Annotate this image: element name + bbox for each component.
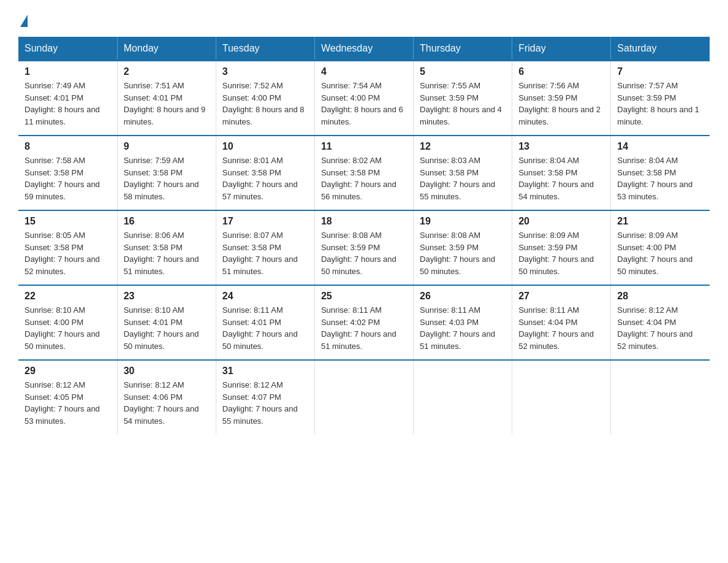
header-thursday: Thursday: [414, 37, 512, 61]
day-info: Sunrise: 8:08 AMSunset: 3:59 PMDaylight:…: [321, 231, 396, 276]
day-info: Sunrise: 8:12 AMSunset: 4:05 PMDaylight:…: [25, 380, 100, 426]
calendar-header-row: SundayMondayTuesdayWednesdayThursdayFrid…: [18, 37, 710, 61]
day-number: 30: [124, 366, 210, 377]
day-number: 24: [222, 291, 308, 302]
header-wednesday: Wednesday: [314, 37, 413, 61]
day-number: 16: [124, 216, 210, 227]
calendar-cell: 3 Sunrise: 7:52 AMSunset: 4:00 PMDayligh…: [216, 61, 314, 136]
day-info: Sunrise: 8:08 AMSunset: 3:59 PMDaylight:…: [420, 231, 495, 276]
day-number: 1: [25, 66, 111, 77]
day-number: 23: [124, 291, 210, 302]
calendar-cell: [314, 360, 413, 434]
calendar-cell: 18 Sunrise: 8:08 AMSunset: 3:59 PMDaylig…: [314, 210, 413, 285]
day-number: 12: [420, 141, 506, 152]
day-number: 18: [321, 216, 407, 227]
week-row-1: 1 Sunrise: 7:49 AMSunset: 4:01 PMDayligh…: [18, 61, 710, 136]
calendar-cell: 31 Sunrise: 8:12 AMSunset: 4:07 PMDaylig…: [216, 360, 314, 434]
page-header: [18, 12, 710, 26]
day-number: 9: [124, 141, 210, 152]
calendar-cell: 8 Sunrise: 7:58 AMSunset: 3:58 PMDayligh…: [18, 136, 117, 210]
day-number: 11: [321, 141, 407, 152]
day-number: 14: [617, 141, 703, 152]
day-info: Sunrise: 8:11 AMSunset: 4:03 PMDaylight:…: [420, 305, 495, 351]
day-info: Sunrise: 8:04 AMSunset: 3:58 PMDaylight:…: [518, 156, 594, 201]
header-friday: Friday: [512, 37, 611, 61]
day-number: 5: [420, 66, 506, 77]
calendar-cell: 14 Sunrise: 8:04 AMSunset: 3:58 PMDaylig…: [611, 136, 710, 210]
calendar-cell: 4 Sunrise: 7:54 AMSunset: 4:00 PMDayligh…: [314, 61, 413, 136]
day-info: Sunrise: 8:06 AMSunset: 3:58 PMDaylight:…: [124, 231, 199, 276]
calendar-cell: 26 Sunrise: 8:11 AMSunset: 4:03 PMDaylig…: [414, 285, 512, 360]
day-number: 15: [25, 216, 111, 227]
day-number: 10: [222, 141, 308, 152]
calendar-cell: 15 Sunrise: 8:05 AMSunset: 3:58 PMDaylig…: [18, 210, 117, 285]
day-info: Sunrise: 7:57 AMSunset: 3:59 PMDaylight:…: [617, 81, 699, 126]
day-info: Sunrise: 8:01 AMSunset: 3:58 PMDaylight:…: [222, 156, 298, 201]
day-number: 27: [518, 291, 604, 302]
day-info: Sunrise: 7:56 AMSunset: 3:59 PMDaylight:…: [518, 81, 601, 126]
calendar-cell: 5 Sunrise: 7:55 AMSunset: 3:59 PMDayligh…: [414, 61, 512, 136]
calendar-cell: 11 Sunrise: 8:02 AMSunset: 3:58 PMDaylig…: [314, 136, 413, 210]
calendar-cell: [414, 360, 512, 434]
day-info: Sunrise: 7:54 AMSunset: 4:00 PMDaylight:…: [321, 81, 403, 126]
day-number: 2: [124, 66, 210, 77]
calendar-cell: 16 Sunrise: 8:06 AMSunset: 3:58 PMDaylig…: [117, 210, 216, 285]
day-number: 7: [617, 66, 703, 77]
day-number: 13: [518, 141, 604, 152]
day-info: Sunrise: 8:02 AMSunset: 3:58 PMDaylight:…: [321, 156, 396, 201]
calendar-cell: 29 Sunrise: 8:12 AMSunset: 4:05 PMDaylig…: [18, 360, 117, 434]
day-info: Sunrise: 8:12 AMSunset: 4:06 PMDaylight:…: [124, 380, 199, 426]
calendar-cell: 19 Sunrise: 8:08 AMSunset: 3:59 PMDaylig…: [414, 210, 512, 285]
day-number: 19: [420, 216, 506, 227]
calendar-cell: 9 Sunrise: 7:59 AMSunset: 3:58 PMDayligh…: [117, 136, 216, 210]
calendar-cell: 13 Sunrise: 8:04 AMSunset: 3:58 PMDaylig…: [512, 136, 611, 210]
day-info: Sunrise: 7:55 AMSunset: 3:59 PMDaylight:…: [420, 81, 502, 126]
day-info: Sunrise: 8:12 AMSunset: 4:07 PMDaylight:…: [222, 380, 298, 426]
calendar-cell: 1 Sunrise: 7:49 AMSunset: 4:01 PMDayligh…: [18, 61, 117, 136]
day-number: 21: [617, 216, 703, 227]
calendar-cell: 20 Sunrise: 8:09 AMSunset: 3:59 PMDaylig…: [512, 210, 611, 285]
logo-triangle-icon: [20, 15, 28, 27]
day-info: Sunrise: 8:07 AMSunset: 3:58 PMDaylight:…: [222, 231, 298, 276]
calendar-cell: [611, 360, 710, 434]
calendar-cell: [512, 360, 611, 434]
header-monday: Monday: [117, 37, 216, 61]
day-info: Sunrise: 7:51 AMSunset: 4:01 PMDaylight:…: [124, 81, 206, 126]
header-saturday: Saturday: [611, 37, 710, 61]
day-number: 25: [321, 291, 407, 302]
calendar-cell: 22 Sunrise: 8:10 AMSunset: 4:00 PMDaylig…: [18, 285, 117, 360]
day-number: 22: [25, 291, 111, 302]
week-row-2: 8 Sunrise: 7:58 AMSunset: 3:58 PMDayligh…: [18, 136, 710, 210]
calendar-cell: 10 Sunrise: 8:01 AMSunset: 3:58 PMDaylig…: [216, 136, 314, 210]
day-number: 29: [25, 366, 111, 377]
day-number: 31: [222, 366, 308, 377]
day-number: 26: [420, 291, 506, 302]
day-number: 4: [321, 66, 407, 77]
day-number: 8: [25, 141, 111, 152]
logo: [18, 12, 28, 26]
week-row-3: 15 Sunrise: 8:05 AMSunset: 3:58 PMDaylig…: [18, 210, 710, 285]
calendar-cell: 12 Sunrise: 8:03 AMSunset: 3:58 PMDaylig…: [414, 136, 512, 210]
calendar-cell: 27 Sunrise: 8:11 AMSunset: 4:04 PMDaylig…: [512, 285, 611, 360]
day-info: Sunrise: 7:58 AMSunset: 3:58 PMDaylight:…: [25, 156, 100, 201]
day-number: 17: [222, 216, 308, 227]
day-info: Sunrise: 8:10 AMSunset: 4:00 PMDaylight:…: [25, 305, 100, 351]
week-row-5: 29 Sunrise: 8:12 AMSunset: 4:05 PMDaylig…: [18, 360, 710, 434]
day-info: Sunrise: 7:49 AMSunset: 4:01 PMDaylight:…: [25, 81, 100, 126]
day-info: Sunrise: 8:11 AMSunset: 4:01 PMDaylight:…: [222, 305, 298, 351]
calendar-table: SundayMondayTuesdayWednesdayThursdayFrid…: [18, 37, 710, 434]
day-number: 3: [222, 66, 308, 77]
day-number: 6: [518, 66, 604, 77]
day-info: Sunrise: 8:10 AMSunset: 4:01 PMDaylight:…: [124, 305, 199, 351]
calendar-cell: 25 Sunrise: 8:11 AMSunset: 4:02 PMDaylig…: [314, 285, 413, 360]
day-info: Sunrise: 7:59 AMSunset: 3:58 PMDaylight:…: [124, 156, 199, 201]
calendar-cell: 2 Sunrise: 7:51 AMSunset: 4:01 PMDayligh…: [117, 61, 216, 136]
day-info: Sunrise: 8:04 AMSunset: 3:58 PMDaylight:…: [617, 156, 692, 201]
calendar-cell: 24 Sunrise: 8:11 AMSunset: 4:01 PMDaylig…: [216, 285, 314, 360]
calendar-cell: 21 Sunrise: 8:09 AMSunset: 4:00 PMDaylig…: [611, 210, 710, 285]
calendar-cell: 23 Sunrise: 8:10 AMSunset: 4:01 PMDaylig…: [117, 285, 216, 360]
day-info: Sunrise: 8:05 AMSunset: 3:58 PMDaylight:…: [25, 231, 100, 276]
calendar-cell: 28 Sunrise: 8:12 AMSunset: 4:04 PMDaylig…: [611, 285, 710, 360]
day-number: 20: [518, 216, 604, 227]
week-row-4: 22 Sunrise: 8:10 AMSunset: 4:00 PMDaylig…: [18, 285, 710, 360]
